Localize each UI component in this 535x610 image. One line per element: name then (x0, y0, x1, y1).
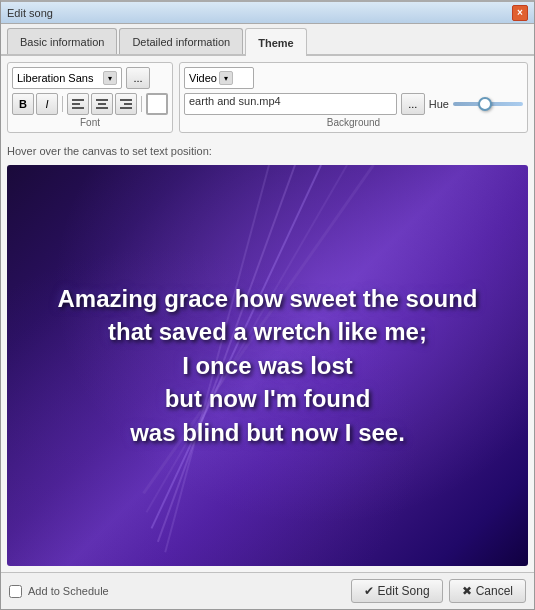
align-right-icon (120, 98, 132, 110)
svg-rect-4 (98, 103, 106, 105)
bg-section-label: Background (184, 117, 523, 128)
bg-controls-top: Video ▾ (184, 67, 523, 89)
svg-rect-8 (120, 107, 132, 109)
tabs-bar: Basic information Detailed information T… (1, 24, 534, 56)
close-button[interactable]: × (512, 5, 528, 21)
separator-2 (141, 96, 142, 112)
font-section-label: Font (12, 117, 168, 128)
bg-type-select[interactable]: Video ▾ (184, 67, 254, 89)
tab-basic[interactable]: Basic information (7, 28, 117, 54)
color-button[interactable] (146, 93, 168, 115)
edit-song-icon: ✔ (364, 584, 374, 598)
edit-song-button[interactable]: ✔ Edit Song (351, 579, 443, 603)
hue-slider[interactable] (453, 97, 523, 111)
svg-rect-7 (124, 103, 132, 105)
align-center-icon (96, 98, 108, 110)
svg-rect-0 (72, 99, 84, 101)
cancel-button[interactable]: ✖ Cancel (449, 579, 526, 603)
tab-detailed[interactable]: Detailed information (119, 28, 243, 54)
add-to-schedule-checkbox[interactable] (9, 585, 22, 598)
svg-rect-3 (96, 99, 108, 101)
bg-type-value: Video (189, 72, 217, 84)
schedule-checkbox-row: Add to Schedule (9, 585, 109, 598)
bg-file-field[interactable]: earth and sun.mp4 (184, 93, 397, 115)
window-title: Edit song (7, 7, 53, 19)
align-center-button[interactable] (91, 93, 113, 115)
italic-button[interactable]: I (36, 93, 58, 115)
background-section: Video ▾ earth and sun.mp4 ... Hue (179, 62, 528, 133)
format-buttons: B I (12, 93, 168, 115)
font-family-value: Liberation Sans (17, 72, 101, 84)
separator-1 (62, 96, 63, 112)
font-section: Liberation Sans ▾ ... B I (7, 62, 173, 133)
svg-rect-5 (96, 107, 108, 109)
align-left-icon (72, 98, 84, 110)
bg-type-dropdown-arrow[interactable]: ▾ (219, 71, 233, 85)
toolbar-row: Liberation Sans ▾ ... B I (7, 62, 528, 133)
browse-button[interactable]: ... (401, 93, 425, 115)
add-to-schedule-label[interactable]: Add to Schedule (28, 585, 109, 597)
canvas-hint: Hover over the canvas to set text positi… (7, 143, 528, 159)
canvas-area[interactable]: Amazing grace how sweet the sound that s… (7, 165, 528, 566)
hue-label: Hue (429, 98, 449, 110)
font-dropdown-arrow[interactable]: ▾ (103, 71, 117, 85)
font-more-button[interactable]: ... (126, 67, 150, 89)
main-window: Edit song × Basic information Detailed i… (0, 0, 535, 610)
align-right-button[interactable] (115, 93, 137, 115)
svg-rect-2 (72, 107, 84, 109)
edit-song-label: Edit Song (378, 584, 430, 598)
bold-button[interactable]: B (12, 93, 34, 115)
lyrics-display: Amazing grace how sweet the sound that s… (37, 272, 497, 460)
titlebar: Edit song × (1, 2, 534, 24)
cancel-icon: ✖ (462, 584, 472, 598)
bottom-bar: Add to Schedule ✔ Edit Song ✖ Cancel (1, 572, 534, 609)
font-controls-top: Liberation Sans ▾ ... (12, 67, 168, 89)
hue-thumb[interactable] (478, 97, 492, 111)
svg-rect-1 (72, 103, 80, 105)
align-left-button[interactable] (67, 93, 89, 115)
file-input-row: earth and sun.mp4 ... Hue (184, 93, 523, 115)
hue-section: Hue (429, 97, 523, 111)
content-area: Liberation Sans ▾ ... B I (1, 56, 534, 572)
svg-rect-6 (120, 99, 132, 101)
action-buttons: ✔ Edit Song ✖ Cancel (351, 579, 526, 603)
font-family-select[interactable]: Liberation Sans ▾ (12, 67, 122, 89)
cancel-label: Cancel (476, 584, 513, 598)
tab-theme[interactable]: Theme (245, 28, 306, 56)
